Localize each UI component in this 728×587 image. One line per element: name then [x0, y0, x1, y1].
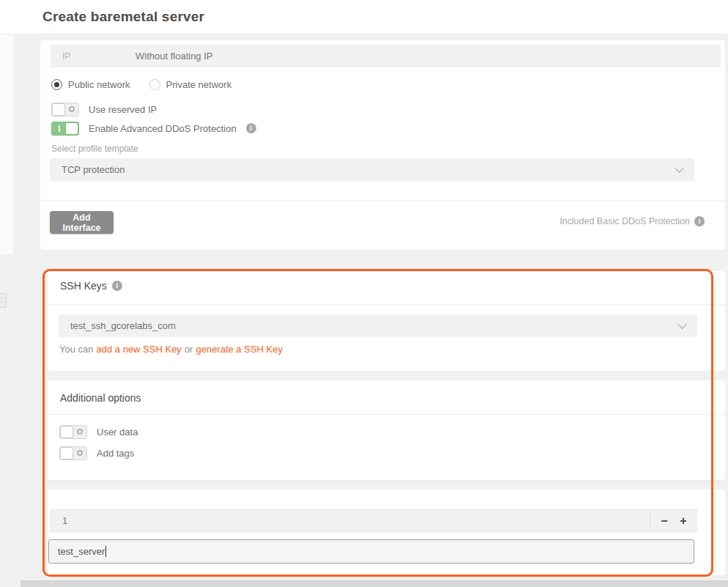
- additional-options-title-row: Additional options: [60, 392, 141, 404]
- profile-template-value: TCP protection: [62, 164, 125, 175]
- ssh-key-select-value: test_ssh_gcorelabs_com: [70, 320, 176, 331]
- add-tags-row: Add tags: [59, 446, 134, 460]
- server-count-name-card: 1 − + test_server: [48, 490, 725, 575]
- ssh-hint-prefix: You can: [59, 344, 94, 355]
- ip-type-row[interactable]: IP Without floating IP: [51, 45, 721, 67]
- ssh-keys-card: SSH Keys i test_ssh_gcorelabs_com You ca…: [48, 271, 725, 371]
- info-icon[interactable]: i: [112, 281, 122, 291]
- radio-private-network[interactable]: Private network: [149, 79, 232, 90]
- included-ddos-text: Included Basic DDoS Protection: [560, 216, 690, 226]
- add-interface-button[interactable]: Add Interface: [50, 211, 114, 234]
- ip-row-label: IP: [62, 51, 135, 62]
- toggle-on-icon: [59, 125, 60, 132]
- ssh-key-hint: You can add a new SSH Key or generate a …: [59, 344, 283, 355]
- server-name-value: test_server: [58, 546, 105, 557]
- user-data-row: User data: [59, 424, 138, 439]
- radio-unselected-icon: [149, 79, 160, 90]
- profile-template-select[interactable]: TCP protection: [50, 158, 694, 181]
- create-baremetal-page: Create baremetal server IP Without float…: [0, 0, 728, 587]
- server-count-value: 1: [62, 515, 650, 526]
- section-divider: [48, 304, 725, 305]
- use-reserved-ip-row: Use reserved IP: [51, 102, 157, 117]
- chevron-down-icon: [677, 320, 687, 329]
- add-tags-label: Add tags: [97, 448, 134, 459]
- additional-options-card: Additional options User data Add tags: [48, 380, 725, 480]
- add-ssh-key-link[interactable]: add a new SSH Key: [97, 344, 182, 355]
- ssh-keys-title: SSH Keys: [60, 280, 107, 292]
- page-title: Create baremetal server: [42, 9, 204, 25]
- ssh-hint-or: or: [185, 344, 193, 355]
- ssh-key-select[interactable]: test_ssh_gcorelabs_com: [59, 314, 697, 337]
- use-reserved-ip-toggle[interactable]: [51, 103, 79, 117]
- chevron-down-icon: [675, 163, 684, 173]
- ddos-protection-row: Enable Advanced DDoS Protection i: [51, 121, 256, 136]
- toggle-knob: [65, 122, 78, 135]
- info-icon[interactable]: i: [246, 123, 256, 133]
- add-tags-toggle[interactable]: [59, 446, 87, 460]
- interface-config-card: IP Without floating IP Public network Pr…: [40, 40, 725, 250]
- info-icon[interactable]: i: [694, 216, 705, 226]
- toggle-off-icon: [77, 429, 83, 435]
- section-divider: [40, 200, 725, 201]
- decrement-button[interactable]: −: [655, 512, 674, 531]
- section-divider: [48, 414, 725, 415]
- ip-row-value: Without floating IP: [135, 51, 213, 62]
- additional-options-title: Additional options: [60, 392, 141, 404]
- radio-selected-icon: [51, 79, 62, 90]
- toggle-knob: [60, 447, 73, 459]
- ddos-protection-toggle[interactable]: [51, 122, 79, 136]
- ssh-keys-title-row: SSH Keys i: [60, 280, 122, 292]
- server-name-input[interactable]: test_server: [48, 539, 694, 564]
- toggle-off-icon: [77, 450, 83, 456]
- generate-ssh-key-link[interactable]: generate a SSH Key: [196, 344, 283, 355]
- server-count-stepper: 1 − +: [50, 509, 697, 533]
- ddos-protection-label: Enable Advanced DDoS Protection: [89, 123, 237, 134]
- included-ddos-note: Included Basic DDoS Protection i: [560, 216, 705, 226]
- radio-private-network-label: Private network: [166, 79, 232, 90]
- next-section-edge: [21, 580, 728, 587]
- text-cursor: [105, 546, 106, 557]
- user-data-label: User data: [97, 427, 138, 438]
- toggle-knob: [52, 103, 65, 116]
- toggle-knob: [60, 426, 73, 438]
- toggle-off-icon: [69, 106, 75, 112]
- page-header: Create baremetal server: [0, 0, 728, 34]
- increment-button[interactable]: +: [674, 512, 693, 531]
- stepper-separator: [650, 514, 650, 528]
- left-edge-fragment: :: [0, 293, 7, 308]
- profile-template-label: Select profile template: [51, 144, 138, 154]
- use-reserved-ip-label: Use reserved IP: [89, 104, 157, 115]
- page-left-gutter: [0, 34, 13, 254]
- radio-public-network-label: Public network: [68, 79, 130, 90]
- radio-public-network[interactable]: Public network: [51, 79, 130, 90]
- user-data-toggle[interactable]: [59, 425, 87, 439]
- network-type-radio-group: Public network Private network: [51, 78, 231, 91]
